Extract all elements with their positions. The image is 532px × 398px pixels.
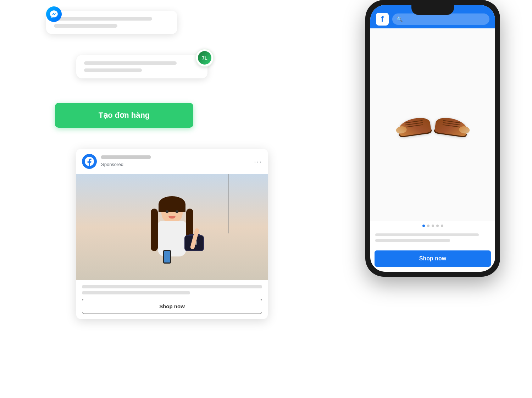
scene: 7L Tạo đơn hàng Sponsored ··· — [0, 0, 532, 398]
shop-now-button-phone[interactable]: Shop now — [375, 250, 491, 267]
shoe-laces-right — [442, 120, 460, 130]
clothing-rack — [228, 174, 229, 233]
fb-sponsored-label: Sponsored — [101, 162, 123, 167]
shop-now-phone-label: Shop now — [419, 255, 446, 261]
carousel-dot-4 — [436, 225, 439, 227]
messenger-icon — [46, 6, 62, 22]
messenger-bubble-2: 7L — [76, 55, 207, 78]
fb-name-line — [101, 155, 151, 159]
fb-ad-line-2 — [82, 291, 190, 294]
fb-dots: ··· — [254, 157, 262, 166]
carousel-dot-5 — [441, 225, 443, 227]
bubble-line-4 — [84, 68, 142, 72]
brand-badge-inner: 7L — [198, 51, 211, 65]
shop-now-button-ad[interactable]: Shop now — [82, 299, 262, 314]
phone-mockup: f 🔍 — [365, 0, 500, 277]
shoes-container — [398, 115, 467, 134]
fb-ad-image — [76, 174, 268, 280]
figure-body — [158, 221, 186, 256]
carousel-dot-3 — [432, 225, 434, 227]
phone-in-hand — [163, 250, 171, 264]
fb-ad-line-1 — [82, 285, 262, 288]
brand-badge-text: 7L — [202, 55, 207, 61]
shop-now-ad-label: Shop now — [159, 303, 185, 309]
phone-notch — [411, 5, 454, 15]
figure-head — [161, 198, 183, 223]
shoe-image-area — [370, 28, 495, 221]
tao-don-hang-label: Tạo đơn hàng — [99, 111, 150, 120]
fb-ad-card: Sponsored ··· — [76, 149, 268, 319]
product-info-lines — [370, 231, 495, 248]
carousel-dots — [370, 221, 495, 231]
bubble-line-3 — [84, 61, 177, 65]
shoe-laces-left — [405, 120, 423, 130]
facebook-logo-icon — [85, 157, 94, 166]
fb-ad-header: Sponsored ··· — [76, 149, 268, 174]
right-eye — [176, 210, 178, 213]
fb-logo-letter: f — [381, 15, 383, 24]
phone-search-bar[interactable]: 🔍 — [392, 13, 489, 25]
ad-photo — [76, 174, 268, 280]
product-line-2 — [375, 239, 450, 242]
mouth — [168, 216, 176, 219]
fb-ad-text-lines — [82, 285, 262, 294]
messenger-bubble-1 — [46, 11, 177, 34]
rack-pole — [228, 174, 229, 233]
bubble-line-1 — [54, 17, 152, 21]
phone-post-area: Shop now — [370, 28, 495, 272]
phone-content: Shop now — [370, 28, 495, 272]
bubble-line-2 — [54, 24, 117, 28]
brand-badge: 7L — [195, 49, 214, 67]
figure-hair — [159, 196, 185, 212]
search-icon: 🔍 — [397, 16, 403, 22]
carousel-dot-2 — [427, 225, 430, 227]
fb-ad-info: Sponsored — [101, 155, 250, 167]
shoe-right — [434, 113, 469, 137]
carousel-dot-1 — [422, 225, 425, 227]
shoe-left — [397, 113, 431, 137]
left-eye — [166, 210, 168, 213]
phone-screen: f 🔍 — [370, 5, 495, 272]
figure-hair-long-left — [151, 209, 158, 251]
person-figure — [158, 198, 186, 256]
tao-don-hang-button[interactable]: Tạo đơn hàng — [55, 103, 193, 128]
fb-avatar — [82, 154, 97, 169]
fb-ad-bottom: Shop now — [76, 280, 268, 319]
messenger-logo-icon — [49, 10, 59, 19]
product-line-1 — [375, 233, 479, 236]
phone-screen-small — [164, 251, 170, 262]
fb-logo-phone: f — [376, 13, 389, 26]
